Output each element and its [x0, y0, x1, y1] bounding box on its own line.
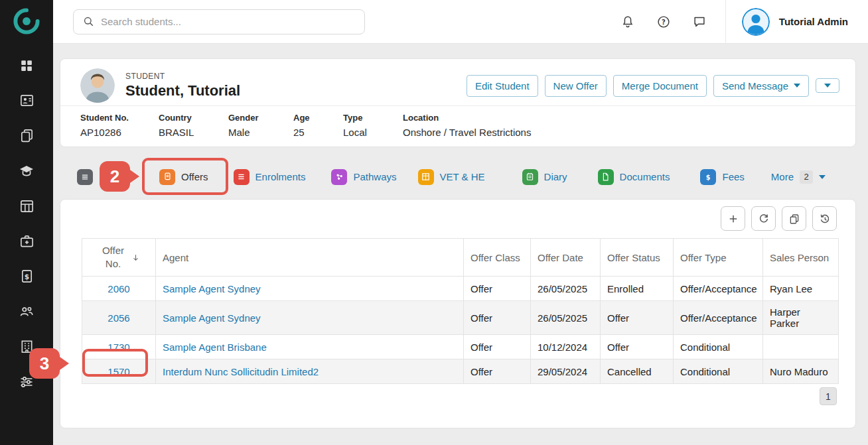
sidebar-item-courses[interactable] [0, 153, 53, 188]
merge-document-button[interactable]: Merge Document [613, 75, 707, 97]
tab-more[interactable]: More 2 [771, 170, 826, 184]
agent-link[interactable]: Sample Agent Sydney [163, 283, 261, 294]
column-header-offer-date[interactable]: Offer Date [531, 239, 601, 277]
pathways-tab-icon [331, 169, 347, 185]
edit-student-button[interactable]: Edit Student [467, 75, 538, 97]
pagination-page-1[interactable]: 1 [820, 387, 837, 405]
tab-fees[interactable]: $ Fees [700, 169, 744, 185]
tab-offers[interactable]: Offers [159, 169, 208, 185]
add-offer-button[interactable] [721, 206, 745, 231]
info-student-no: Student No. AP10286 [80, 113, 159, 147]
copy-icon [788, 213, 800, 225]
student-actions: Edit Student New Offer Merge Document Se… [467, 75, 839, 97]
app-root: $ [0, 0, 868, 445]
chat-icon [692, 15, 707, 29]
column-header-offer-type[interactable]: Offer Type [674, 239, 763, 277]
help-icon: ? [656, 15, 671, 29]
tab-enrolments[interactable]: Enrolments [234, 169, 306, 185]
offer-no-link[interactable]: 2060 [108, 283, 129, 294]
app-logo-icon [13, 7, 40, 35]
student-info-bar: Student No. AP10286 Country BRASIL Gende… [60, 105, 855, 147]
offers-grid-card: Offer No. Agent Offer Class Offer Date O… [60, 199, 856, 428]
sidebar-item-dashboard[interactable] [0, 48, 53, 83]
topbar-divider [725, 0, 726, 44]
dashboard-icon [19, 58, 34, 73]
diary-tab-icon [522, 169, 538, 185]
students-icon [19, 93, 35, 108]
vet-he-tab-icon [418, 169, 434, 185]
offers-table: Offer No. Agent Offer Class Offer Date O… [82, 238, 839, 384]
notifications-button[interactable] [618, 12, 638, 32]
column-header-sales-person[interactable]: Sales Person [763, 239, 839, 277]
refresh-button[interactable] [751, 206, 776, 231]
timetable-icon [19, 198, 35, 214]
student-search [73, 9, 365, 34]
tab-hidden[interactable] [77, 169, 93, 185]
search-input[interactable] [101, 16, 356, 27]
history-button[interactable] [812, 206, 837, 231]
search-icon [82, 15, 95, 28]
chat-button[interactable] [689, 12, 709, 32]
tab-diary[interactable]: Diary [522, 169, 567, 185]
agents-icon [19, 304, 35, 320]
user-menu[interactable]: Tutorial Admin [742, 0, 868, 43]
info-type: Type Local [343, 113, 403, 147]
courses-icon [19, 163, 35, 179]
annotation-step-3: 3 [29, 348, 60, 379]
hidden-tab-icon [77, 169, 93, 185]
table-row: 1730 Sample Agent Brisbane Offer 10/12/2… [82, 335, 839, 359]
invoices-icon: $ [19, 269, 35, 284]
caret-down-icon [819, 175, 826, 179]
offer-no-link[interactable]: 1730 [108, 342, 129, 353]
user-avatar [742, 8, 770, 36]
column-header-agent[interactable]: Agent [156, 239, 464, 277]
tab-documents[interactable]: Documents [598, 169, 670, 185]
send-message-button[interactable]: Send Message [713, 75, 809, 97]
info-gender: Gender Male [228, 113, 293, 147]
new-offer-button[interactable]: New Offer [545, 75, 607, 97]
copy-button[interactable] [782, 206, 806, 231]
sidebar-item-students[interactable] [0, 83, 53, 118]
student-identity: STUDENT Student, Tutorial [125, 72, 240, 99]
column-header-offer-status[interactable]: Offer Status [601, 239, 674, 277]
student-tabs: Offers Enrolments Pathways VET & HE Diar… [60, 159, 856, 194]
add-icon [727, 213, 739, 225]
offer-no-link[interactable]: 2056 [108, 312, 129, 324]
sidebar-item-agents[interactable] [0, 294, 53, 329]
sidebar-item-services[interactable] [0, 223, 53, 259]
topbar-right: ? Tutorial Admin [618, 0, 868, 43]
help-button[interactable]: ? [654, 12, 674, 32]
offer-no-link-1570[interactable]: 1570 [108, 366, 129, 377]
column-header-offer-no[interactable]: Offer No. [82, 239, 156, 277]
student-header-card: STUDENT Student, Tutorial Edit Student N… [60, 58, 856, 147]
refresh-icon [758, 213, 770, 225]
sidebar-item-offers[interactable] [0, 118, 53, 153]
offers-nav-icon [19, 128, 35, 143]
column-header-offer-class[interactable]: Offer Class [464, 239, 531, 277]
tab-vet-he[interactable]: VET & HE [418, 169, 485, 185]
sidebar-item-invoices[interactable]: $ [0, 259, 53, 294]
agent-link[interactable]: Sample Agent Brisbane [163, 342, 267, 353]
table-row: 2056 Sample Agent Sydney Offer 26/05/202… [82, 301, 839, 335]
notifications-bell-icon [620, 15, 635, 29]
caret-down-icon [794, 84, 800, 88]
agent-link[interactable]: Sample Agent Sydney [163, 312, 261, 324]
more-actions-dropdown-button[interactable] [816, 78, 839, 93]
sidebar-nav: $ [0, 48, 53, 399]
info-age: Age 25 [293, 113, 343, 147]
annotation-step-2: 2 [100, 161, 130, 192]
offers-tab-icon [159, 169, 175, 185]
student-header-top: STUDENT Student, Tutorial Edit Student N… [60, 59, 855, 105]
sidebar-item-timetable[interactable] [0, 188, 53, 223]
tab-pathways[interactable]: Pathways [331, 169, 396, 185]
topbar: ? Tutorial Admin [53, 0, 868, 44]
agent-link[interactable]: Interdum Nunc Sollicitudin Limited2 [163, 366, 319, 377]
table-header-row: Offer No. Agent Offer Class Offer Date O… [82, 239, 839, 277]
app-logo[interactable] [0, 0, 53, 42]
table-row: 2060 Sample Agent Sydney Offer 26/05/202… [82, 277, 839, 301]
grid-toolbar [721, 206, 837, 231]
user-name: Tutorial Admin [779, 16, 848, 27]
documents-tab-icon [598, 169, 614, 185]
svg-text:?: ? [662, 18, 666, 25]
svg-text:$: $ [24, 273, 29, 281]
